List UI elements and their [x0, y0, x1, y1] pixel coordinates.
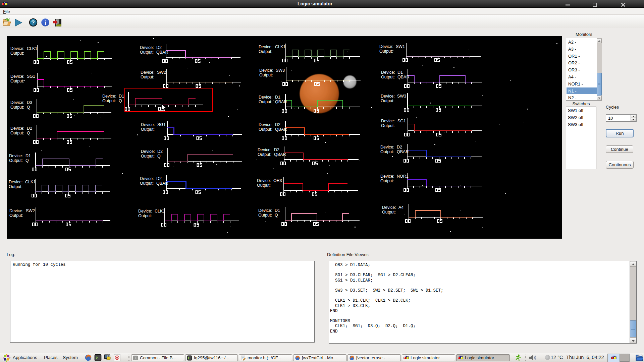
svg-text:Output:: Output:	[138, 214, 152, 218]
svg-text:D1: D1	[397, 70, 403, 75]
svg-text:Device:: Device:	[141, 122, 155, 127]
svg-text:D2: D2	[274, 147, 279, 152]
svg-text:Output:: Output:	[259, 73, 273, 77]
svg-text:CLK1: CLK1	[275, 45, 285, 49]
svg-text:Output:: Output:	[140, 50, 154, 55]
svg-text:Output:: Output:	[10, 51, 24, 56]
svg-text:QBAR: QBAR	[275, 100, 287, 104]
svg-text:Output:: Output:	[9, 158, 23, 163]
svg-text:Device:: Device:	[10, 126, 24, 131]
svg-text:Device:: Device:	[9, 154, 23, 158]
svg-text:Output:: Output:	[140, 181, 154, 186]
svg-text:Device:: Device:	[140, 45, 154, 50]
svg-text:Device:: Device:	[258, 147, 272, 152]
svg-text:Device:: Device:	[257, 178, 271, 183]
svg-text:Device:: Device:	[259, 95, 273, 100]
svg-text:Device:: Device:	[9, 180, 23, 184]
svg-text:Device:: Device:	[138, 209, 152, 214]
svg-text:Device:: Device:	[141, 70, 155, 75]
svg-text:Q: Q	[119, 99, 122, 103]
svg-text:D1: D1	[25, 154, 31, 158]
svg-text:Output:: Output:	[102, 99, 116, 103]
svg-text:QBAR: QBAR	[156, 50, 168, 55]
svg-text:D2: D2	[27, 126, 32, 131]
svg-text:Output:: Output:	[381, 75, 395, 79]
svg-text:Output:: Output:	[10, 79, 24, 83]
svg-text:QBAR: QBAR	[397, 75, 409, 79]
svg-text:Device:: Device:	[259, 68, 273, 73]
svg-text:Q: Q	[157, 154, 161, 159]
svg-text:Output:: Output:	[10, 105, 24, 110]
svg-text:i: i	[45, 19, 46, 26]
svg-text:Q: Q	[27, 131, 30, 135]
svg-text:Output:: Output:	[382, 210, 396, 215]
svg-text:Device:: Device:	[10, 74, 24, 79]
svg-text:Device:: Device:	[379, 44, 393, 49]
svg-text:Device:: Device:	[381, 94, 395, 99]
svg-text:SW3: SW3	[397, 94, 406, 99]
svg-text:Device:: Device:	[141, 149, 155, 154]
svg-text:Output:: Output:	[379, 49, 393, 54]
svg-text:D2: D2	[156, 45, 162, 50]
svg-text:Output:: Output:	[141, 75, 154, 79]
svg-text:Device:: Device:	[10, 100, 24, 105]
svg-text:Output:: Output:	[258, 152, 271, 157]
svg-text:Output:: Output:	[381, 99, 394, 103]
svg-text:Device:: Device:	[259, 122, 273, 127]
svg-text:D2: D2	[275, 122, 280, 127]
svg-text:SG1: SG1	[27, 74, 35, 79]
svg-text:CLK1: CLK1	[155, 209, 165, 214]
svg-text:Q: Q	[275, 213, 278, 218]
svg-text:Device:: Device:	[140, 176, 154, 181]
svg-text:A4: A4	[398, 205, 404, 210]
svg-text:Output:: Output:	[141, 154, 155, 159]
svg-text:Output:: Output:	[9, 184, 22, 189]
svg-text:Device:: Device:	[380, 174, 394, 179]
svg-text:Device:: Device:	[102, 94, 116, 99]
svg-text:Output:: Output:	[9, 213, 23, 218]
svg-text:?: ?	[31, 19, 35, 26]
svg-text:QBAR: QBAR	[274, 152, 286, 157]
svg-text:Output:: Output:	[381, 123, 395, 128]
svg-text:Output:: Output:	[259, 49, 272, 54]
svg-text:Device:: Device:	[380, 145, 394, 149]
svg-text:NOR1: NOR1	[397, 174, 409, 179]
svg-text:Device:: Device:	[381, 119, 395, 123]
svg-text:SG1: SG1	[157, 122, 166, 127]
svg-text:Q: Q	[25, 158, 29, 163]
svg-text:QBAR: QBAR	[156, 181, 168, 186]
svg-text:OR3: OR3	[273, 178, 282, 183]
svg-text:Device:: Device:	[10, 46, 24, 51]
svg-text:D1: D1	[119, 94, 124, 99]
svg-text:D2: D2	[156, 176, 162, 181]
svg-text:Device:: Device:	[258, 208, 272, 213]
svg-text:Output:: Output:	[380, 149, 394, 154]
svg-text:Output:: Output:	[141, 127, 155, 132]
svg-text:Device:: Device:	[259, 45, 273, 49]
svg-text:SW1: SW1	[396, 44, 405, 49]
svg-text:Output:: Output:	[258, 213, 272, 218]
svg-text:D2: D2	[397, 145, 402, 149]
svg-text:CLK1: CLK1	[27, 46, 37, 51]
svg-text:QBAR: QBAR	[275, 127, 287, 132]
svg-text:Device:: Device:	[9, 208, 23, 213]
svg-text:D3: D3	[27, 100, 32, 105]
svg-text:Output:: Output:	[257, 183, 271, 188]
svg-text:CLK1: CLK1	[25, 180, 36, 184]
svg-text:QBAR: QBAR	[397, 149, 409, 154]
svg-text:SW2: SW2	[26, 208, 35, 213]
svg-text:SW2: SW2	[157, 70, 166, 75]
svg-text:Q: Q	[27, 105, 30, 110]
svg-text:SG1: SG1	[397, 119, 406, 123]
svg-text:Device:: Device:	[381, 70, 395, 75]
svg-text:Output:: Output:	[259, 127, 272, 132]
svg-text:Device:: Device:	[382, 205, 396, 210]
svg-text:Output:: Output:	[10, 131, 24, 135]
svg-text:Output:: Output:	[259, 100, 272, 104]
svg-text:D2: D2	[157, 149, 163, 154]
svg-text:D1: D1	[275, 95, 280, 100]
svg-text:D1: D1	[275, 208, 280, 213]
svg-text:SW3: SW3	[276, 68, 285, 73]
svg-text:Output:: Output:	[380, 179, 394, 183]
